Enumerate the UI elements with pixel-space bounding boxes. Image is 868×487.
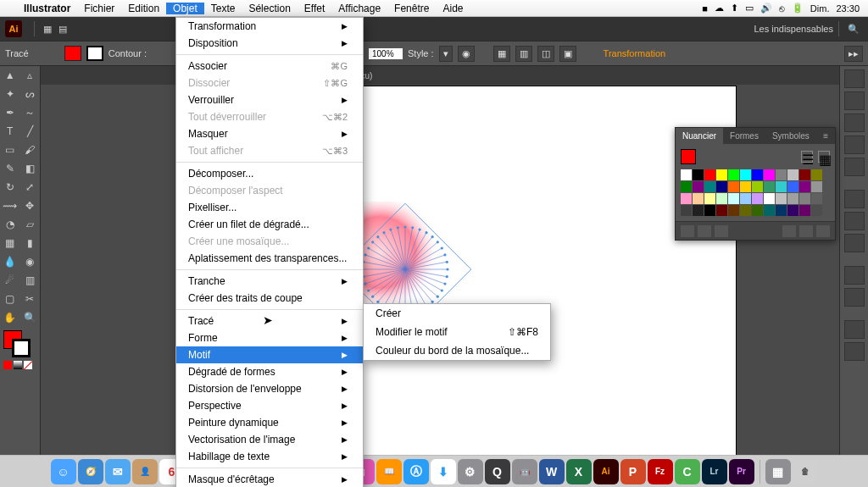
swatch[interactable]: [752, 205, 763, 216]
swatch[interactable]: [787, 205, 798, 216]
opacity-field[interactable]: 100%: [369, 48, 403, 59]
menu-item-13[interactable]: Créer un filet de dégradé...: [176, 216, 363, 233]
menu-item-30[interactable]: Masque d'écrêtage▶: [176, 471, 363, 487]
dock-camtasia[interactable]: C: [675, 459, 700, 484]
new-swatch-button[interactable]: [799, 225, 813, 237]
dock-finder[interactable]: ☺: [51, 459, 76, 484]
type-tool[interactable]: T: [0, 122, 20, 141]
dock-premiere[interactable]: Pr: [729, 459, 754, 484]
menu-affichage[interactable]: Affichage: [331, 3, 387, 14]
swatch[interactable]: [693, 193, 704, 204]
app-name-menu[interactable]: Illustrator: [17, 3, 77, 14]
dock-appstore[interactable]: Ⓐ: [403, 459, 429, 484]
transform-link[interactable]: Transformation: [604, 48, 666, 58]
swatch[interactable]: [764, 193, 775, 204]
list-view-icon[interactable]: ☰: [801, 151, 813, 163]
tab-symboles[interactable]: Symboles: [765, 128, 816, 144]
swatch[interactable]: [704, 181, 715, 192]
width-tool[interactable]: ⟿: [0, 196, 20, 215]
menu-item-0[interactable]: Transformation▶: [176, 18, 363, 35]
symbol-tool[interactable]: ☄: [0, 271, 20, 290]
canvas-area[interactable]: ns titre - 10* @ 94% (CMJN/Aperçu): [41, 66, 839, 455]
swatch[interactable]: [716, 205, 727, 216]
dock-ibooks[interactable]: 📖: [376, 459, 402, 484]
tab-nuancier[interactable]: Nuancier: [676, 128, 723, 144]
menu-item-7[interactable]: Masquer▶: [176, 125, 363, 142]
menu-item-23[interactable]: Dégradé de formes▶: [176, 363, 363, 380]
menu-item-26[interactable]: Peinture dynamique▶: [176, 414, 363, 431]
style-dropdown[interactable]: ▾: [439, 46, 453, 62]
swatch[interactable]: [693, 205, 704, 216]
new-group-button[interactable]: [782, 225, 796, 237]
brush-tool[interactable]: 🖌: [20, 141, 41, 159]
swatch[interactable]: [752, 169, 763, 180]
swatch[interactable]: [740, 205, 751, 216]
fill-stroke-indicator[interactable]: [0, 327, 40, 373]
swatch[interactable]: [704, 205, 715, 216]
perspective-tool[interactable]: ▱: [20, 215, 41, 234]
swatch[interactable]: [681, 205, 692, 216]
swatch[interactable]: [799, 169, 810, 180]
mesh-tool[interactable]: ▦: [0, 234, 20, 252]
color-panel-icon[interactable]: [844, 69, 865, 88]
dock-launchpad[interactable]: ▦: [765, 459, 791, 484]
layers-panel-icon[interactable]: [844, 320, 865, 339]
swatch[interactable]: [811, 169, 822, 180]
free-transform-tool[interactable]: ✥: [20, 196, 41, 215]
scale-tool[interactable]: ⤢: [20, 178, 41, 196]
swatch[interactable]: [704, 193, 715, 204]
appearance-panel-icon[interactable]: [844, 266, 865, 285]
menu-item-28[interactable]: Habillage de texte▶: [176, 448, 363, 465]
swatch[interactable]: [681, 169, 692, 180]
dock-automator[interactable]: 🤖: [512, 459, 537, 484]
menu-objet[interactable]: Objet: [166, 3, 204, 14]
swatch[interactable]: [776, 169, 787, 180]
swatch-lib-menu[interactable]: [681, 225, 694, 237]
dock-mail[interactable]: ✉: [105, 459, 131, 484]
swatch[interactable]: [799, 205, 810, 216]
lasso-tool[interactable]: ᔕ: [20, 85, 41, 103]
menu-item-25[interactable]: Perspective▶: [176, 397, 363, 414]
swatch[interactable]: [811, 193, 822, 204]
isolate-button[interactable]: ▣: [559, 46, 576, 62]
symbols-panel-icon[interactable]: [844, 158, 865, 176]
swatch[interactable]: [693, 169, 704, 180]
dock-illustrator[interactable]: Ai: [593, 459, 619, 484]
swatch[interactable]: [764, 181, 775, 192]
swatch[interactable]: [716, 169, 727, 180]
menu-item-24[interactable]: Distorsion de l'enveloppe▶: [176, 380, 363, 397]
brushes-panel-icon[interactable]: [844, 136, 865, 154]
magic-wand-tool[interactable]: ✦: [0, 85, 20, 103]
dock-trash[interactable]: 🗑: [793, 459, 818, 484]
swatch[interactable]: [693, 181, 704, 192]
shape-builder-tool[interactable]: ◔: [0, 215, 20, 234]
swatch-kind-menu[interactable]: [698, 225, 711, 237]
menu-item-15[interactable]: Aplatissement des transparences...: [176, 250, 363, 267]
swatch[interactable]: [716, 193, 727, 204]
swatch[interactable]: [787, 169, 798, 180]
grid-view-icon[interactable]: ▦: [818, 151, 830, 163]
zoom-tool[interactable]: 🔍: [20, 308, 41, 327]
gradient-tool[interactable]: ▮: [20, 234, 41, 252]
swatch[interactable]: [704, 169, 715, 180]
shape-button[interactable]: ◫: [537, 46, 554, 62]
swatch[interactable]: [740, 193, 751, 204]
swatch[interactable]: [681, 193, 692, 204]
swatch[interactable]: [740, 181, 751, 192]
eraser-tool[interactable]: ◧: [20, 159, 41, 178]
line-tool[interactable]: ╱: [20, 122, 41, 141]
stroke-panel-icon[interactable]: [844, 190, 865, 208]
menu-texte[interactable]: Texte: [204, 3, 242, 14]
dock-word[interactable]: W: [539, 459, 565, 484]
panel-menu-button[interactable]: ▸▸: [844, 46, 863, 62]
swatch[interactable]: [776, 205, 787, 216]
menu-item-5[interactable]: Verrouiller▶: [176, 91, 363, 108]
submenu-item-2[interactable]: Couleur du bord de la mosaïque...: [364, 341, 550, 360]
selection-tool[interactable]: ▲: [0, 66, 20, 85]
rectangle-tool[interactable]: ▭: [0, 141, 20, 159]
transparency-panel-icon[interactable]: [844, 234, 865, 252]
submenu-item-0[interactable]: Créer: [364, 304, 550, 323]
swatch[interactable]: [811, 181, 822, 192]
menu-effet[interactable]: Effet: [298, 3, 331, 14]
align2-button[interactable]: ▥: [515, 46, 532, 62]
